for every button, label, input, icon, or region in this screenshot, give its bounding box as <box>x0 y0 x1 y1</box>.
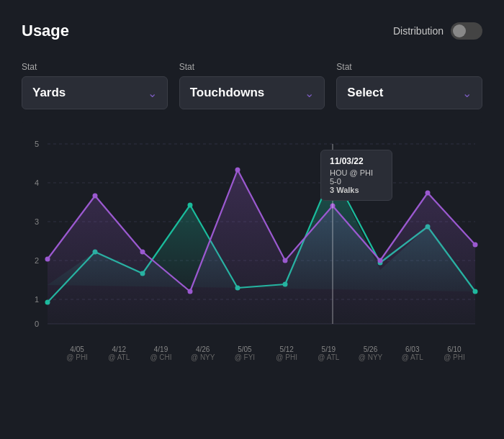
x-label-6: 5/19 @ ATL <box>307 345 349 361</box>
x-label-7: 5/26 @ NYY <box>349 345 391 361</box>
distribution-toggle[interactable] <box>451 22 482 40</box>
page-title: Usage <box>22 22 69 40</box>
chevron-down-icon-yards: ⌄ <box>148 86 157 100</box>
x-label-8: 6/03 @ ATL <box>392 345 433 361</box>
svg-text:0: 0 <box>35 320 39 328</box>
distribution-label: Distribution <box>393 25 444 37</box>
svg-text:4: 4 <box>35 178 39 187</box>
x-label-1: 4/12 @ ATL <box>98 345 140 361</box>
dropdowns-row: Stat Yards ⌄ Stat Touchdowns ⌄ Stat Sele… <box>22 62 482 109</box>
svg-point-27 <box>188 289 193 294</box>
dropdown-label-select: Stat <box>336 62 482 72</box>
x-axis-labels: 4/05 @ PHI 4/12 @ ATL 4/19 @ CHI 4/26 @ … <box>22 340 482 361</box>
dropdown-value-touchdowns: Touchdowns <box>190 86 265 100</box>
x-label-0: 4/05 @ PHI <box>56 345 98 361</box>
dropdown-yards[interactable]: Yards ⌄ <box>22 76 168 109</box>
dropdown-label-yards: Stat <box>22 62 168 72</box>
svg-point-25 <box>93 194 98 199</box>
x-label-5: 5/12 @ PHI <box>266 345 307 361</box>
dropdown-value-yards: Yards <box>32 86 66 100</box>
distribution-toggle-group: Distribution <box>393 22 482 40</box>
dropdown-group-select: Stat Select ⌄ <box>336 62 482 109</box>
x-label-3: 4/26 @ NYY <box>182 345 224 361</box>
dropdown-select[interactable]: Select ⌄ <box>336 76 482 109</box>
dropdown-group-yards: Stat Yards ⌄ <box>22 62 168 109</box>
svg-point-24 <box>45 257 50 262</box>
chart-svg: 5 4 3 2 1 0 <box>22 130 482 338</box>
svg-point-32 <box>426 191 431 196</box>
svg-point-31 <box>378 258 383 263</box>
svg-text:5: 5 <box>35 140 39 148</box>
svg-point-16 <box>188 203 193 208</box>
toggle-knob <box>453 24 466 37</box>
svg-marker-23 <box>48 170 475 324</box>
x-label-2: 4/19 @ CHI <box>140 345 181 361</box>
dropdown-touchdowns[interactable]: Touchdowns ⌄ <box>179 76 325 109</box>
svg-text:1: 1 <box>35 295 39 304</box>
chevron-down-icon-touchdowns: ⌄ <box>305 86 314 100</box>
svg-point-28 <box>235 168 240 173</box>
x-label-4: 5/05 @ FYI <box>224 345 266 361</box>
dropdown-label-touchdowns: Stat <box>179 62 325 72</box>
chevron-down-icon-select: ⌄ <box>462 86 472 100</box>
x-label-9: 6/10 @ PHI <box>433 345 475 361</box>
dropdown-group-touchdowns: Stat Touchdowns ⌄ <box>179 62 325 109</box>
dropdown-value-select: Select <box>347 86 383 100</box>
page-header: Usage Distribution <box>22 22 482 40</box>
svg-text:2: 2 <box>35 256 39 265</box>
chart-wrapper: 5 4 3 2 1 0 <box>22 130 482 338</box>
chart-area: 5 4 3 2 1 0 <box>22 122 482 361</box>
svg-text:3: 3 <box>35 217 39 226</box>
svg-point-26 <box>140 250 145 255</box>
svg-point-33 <box>473 243 478 248</box>
svg-point-29 <box>283 258 288 263</box>
